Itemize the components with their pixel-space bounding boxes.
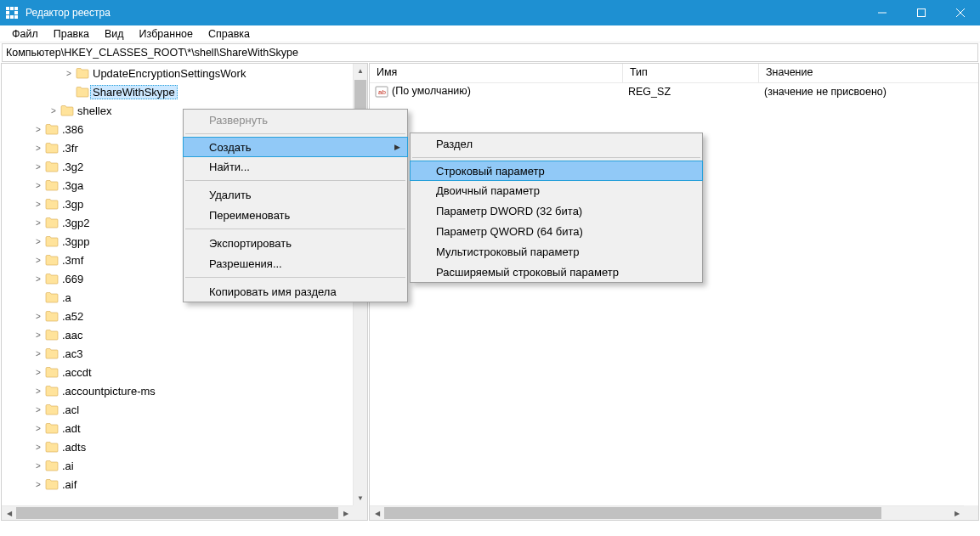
menu-item-label: Раздел	[436, 138, 473, 150]
svg-text:ab: ab	[378, 88, 386, 96]
folder-icon	[75, 86, 90, 98]
scroll-up-icon[interactable]: ▲	[354, 64, 367, 78]
scroll-left-icon[interactable]: ◀	[370, 506, 384, 520]
expand-icon[interactable]: >	[32, 330, 44, 340]
scroll-down-icon[interactable]: ▼	[354, 491, 367, 505]
menu-item-label: Параметр DWORD (32 бита)	[436, 205, 582, 217]
folder-icon	[44, 123, 59, 135]
expand-icon[interactable]: >	[32, 162, 44, 172]
tree-item-label: shellex	[75, 104, 114, 117]
folder-icon	[44, 441, 59, 453]
menu-item-label: Удалить	[209, 189, 252, 201]
menu-item[interactable]: Мультистроковый параметр	[411, 241, 702, 262]
tree-item[interactable]: ShareWithSkype	[2, 82, 353, 101]
svg-rect-2	[14, 7, 18, 10]
scroll-right-icon[interactable]: ▶	[338, 506, 353, 520]
scroll-thumb[interactable]	[16, 507, 338, 519]
menu-item[interactable]: Строковый параметр	[410, 161, 703, 181]
expand-icon[interactable]: >	[32, 256, 44, 265]
menu-fav[interactable]: Избранное	[132, 27, 201, 41]
tree-item[interactable]: >.aac	[2, 325, 353, 344]
titlebar[interactable]: Редактор реестра	[0, 0, 980, 25]
tree-item[interactable]: >.adts	[2, 437, 353, 456]
tree-item-label: .adt	[59, 422, 83, 435]
folder-icon	[44, 217, 59, 229]
folder-icon	[44, 403, 59, 415]
tree-item[interactable]: >.aif	[2, 475, 353, 494]
expand-icon[interactable]: >	[32, 237, 44, 246]
menu-item[interactable]: Параметр DWORD (32 бита)	[411, 200, 702, 221]
expand-icon[interactable]: >	[32, 386, 44, 396]
menu-view[interactable]: Вид	[97, 27, 132, 41]
menu-edit[interactable]: Правка	[46, 27, 97, 41]
svg-rect-4	[10, 11, 14, 14]
expand-icon[interactable]: >	[48, 106, 59, 116]
col-type[interactable]: Тип	[623, 64, 759, 82]
values-horizontal-scrollbar[interactable]: ◀ ▶	[370, 505, 964, 520]
scroll-left-icon[interactable]: ◀	[2, 506, 16, 520]
tree-horizontal-scrollbar[interactable]: ◀ ▶	[2, 505, 353, 520]
menu-item[interactable]: Копировать имя раздела	[184, 281, 407, 302]
expand-icon[interactable]: >	[32, 218, 44, 228]
expand-icon[interactable]: >	[63, 69, 75, 78]
close-button[interactable]	[941, 0, 980, 25]
menu-item[interactable]: Раздел	[411, 133, 702, 154]
expand-icon[interactable]: >	[32, 424, 44, 433]
folder-icon	[75, 67, 90, 79]
menu-item-label: Мультистроковый параметр	[436, 245, 580, 258]
expand-icon[interactable]: >	[32, 200, 44, 209]
context-menu[interactable]: РазвернутьСоздать▶Найти...УдалитьПереиме…	[183, 109, 408, 302]
tree-item[interactable]: >.accountpicture-ms	[2, 381, 353, 400]
submenu-arrow-icon: ▶	[394, 143, 400, 151]
expand-icon[interactable]: >	[32, 443, 44, 452]
tree-item[interactable]: >.acl	[2, 400, 353, 419]
folder-icon	[44, 347, 59, 359]
tree-item-label: ShareWithSkype	[90, 85, 178, 99]
folder-icon	[44, 310, 59, 322]
menu-item[interactable]: Двоичный параметр	[411, 180, 702, 200]
menu-file[interactable]: Файл	[4, 27, 46, 41]
col-name[interactable]: Имя	[370, 64, 623, 82]
context-submenu[interactable]: РазделСтроковый параметрДвоичный парамет…	[410, 133, 703, 283]
expand-icon[interactable]: >	[32, 181, 44, 190]
address-bar[interactable]: Компьютер\HKEY_CLASSES_ROOT\*\shell\Shar…	[2, 43, 978, 62]
menu-item[interactable]: Переименовать	[184, 205, 407, 225]
expand-icon[interactable]: >	[32, 274, 44, 284]
folder-icon	[44, 235, 59, 247]
expand-icon[interactable]: >	[32, 125, 44, 134]
menu-item[interactable]: Расширяемый строковый параметр	[411, 262, 702, 282]
tree-item[interactable]: >.accdt	[2, 363, 353, 381]
menu-item[interactable]: Разрешения...	[184, 253, 407, 274]
tree-item-label: .accountpicture-ms	[59, 385, 158, 398]
menu-item[interactable]: Экспортировать	[184, 233, 407, 253]
tree-item[interactable]: >.ai	[2, 456, 353, 475]
scroll-thumb[interactable]	[384, 507, 881, 519]
svg-rect-8	[14, 15, 18, 19]
expand-icon[interactable]: >	[32, 312, 44, 321]
expand-icon[interactable]: >	[32, 144, 44, 153]
menu-help[interactable]: Справка	[201, 27, 258, 41]
maximize-button[interactable]	[902, 0, 941, 25]
scroll-right-icon[interactable]: ▶	[949, 506, 964, 520]
tree-item[interactable]: >.ac3	[2, 344, 353, 363]
expand-icon[interactable]: >	[32, 368, 44, 377]
menu-separator	[185, 180, 405, 181]
expand-icon[interactable]: >	[32, 480, 44, 489]
minimize-button[interactable]	[863, 0, 902, 25]
tree-item[interactable]: >.a52	[2, 307, 353, 325]
menu-item[interactable]: Создать▶	[183, 137, 408, 157]
tree-item[interactable]: >UpdateEncryptionSettingsWork	[2, 64, 353, 82]
folder-icon	[44, 366, 59, 378]
folder-icon	[44, 198, 59, 210]
value-type: REG_SZ	[623, 86, 759, 98]
expand-icon[interactable]: >	[32, 405, 44, 415]
list-header: Имя Тип Значение	[370, 64, 978, 83]
expand-icon[interactable]: >	[32, 349, 44, 358]
expand-icon[interactable]: >	[32, 461, 44, 471]
tree-item[interactable]: >.adt	[2, 419, 353, 437]
menu-item[interactable]: Параметр QWORD (64 бита)	[411, 221, 702, 241]
menu-item[interactable]: Удалить	[184, 184, 407, 205]
menu-item[interactable]: Найти...	[184, 156, 407, 177]
col-data[interactable]: Значение	[759, 64, 963, 82]
list-row[interactable]: ab(По умолчанию)REG_SZ(значение не присв…	[370, 83, 978, 100]
